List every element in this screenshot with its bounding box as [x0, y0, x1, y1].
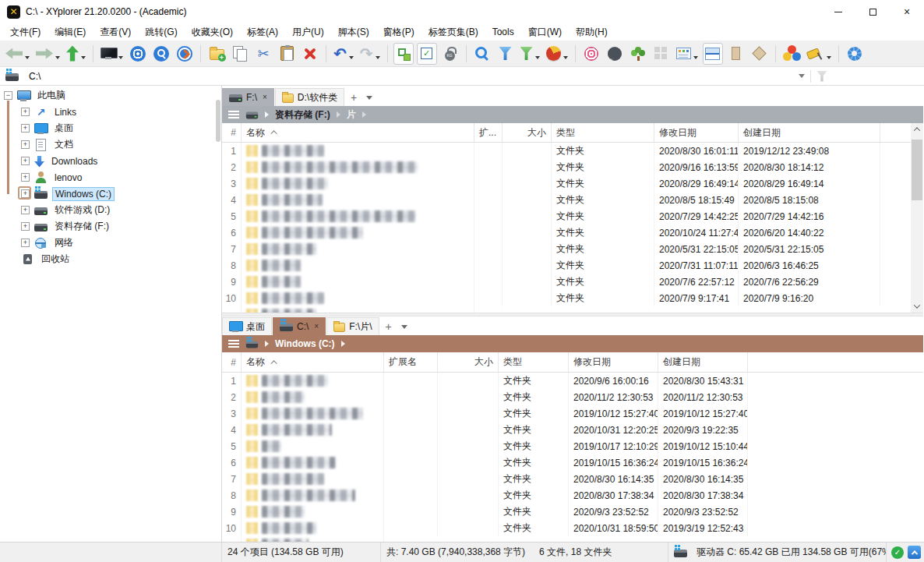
column-header-index[interactable]: # [222, 352, 242, 372]
column-header-ext[interactable]: 扩展名 [384, 352, 438, 372]
file-row[interactable]: 2 文件夹 2020/9/16 16:13:59 2020/8/30 18:14… [222, 159, 911, 175]
details-view-icon[interactable] [675, 43, 700, 65]
menu-item[interactable]: 帮助(H) [569, 23, 615, 41]
scroll-up-icon[interactable] [911, 123, 923, 136]
menu-item[interactable]: 标签(A) [240, 23, 285, 41]
menu-item[interactable]: 跳转(G) [138, 23, 184, 41]
tab-d-software[interactable]: D:\软件类 × [275, 88, 344, 106]
menu-item[interactable]: 窗格(P) [376, 23, 421, 41]
pie-report-icon[interactable] [545, 43, 570, 65]
settings-gear-icon[interactable] [845, 43, 865, 65]
scrollbar-thumb[interactable] [912, 140, 922, 200]
status-ok-icon[interactable]: ✓ [891, 546, 904, 559]
tab-list-button[interactable] [362, 89, 376, 106]
expand-toggle-icon[interactable]: + [21, 206, 30, 214]
tab-f-pian[interactable]: F:\片\ × [326, 317, 379, 335]
top-pane-scrollbar[interactable] [911, 123, 923, 313]
breadcrumb-segment[interactable]: 资料存储 (F:) [275, 108, 330, 122]
nav-forward-icon[interactable] [34, 43, 62, 65]
column-header-size[interactable]: 大小 [503, 123, 552, 142]
column-header-modified[interactable]: 修改日期 [569, 352, 658, 372]
filter-blue-icon[interactable] [496, 43, 516, 65]
visual-filter-icon[interactable] [519, 43, 541, 65]
expand-toggle-icon[interactable]: + [21, 157, 30, 165]
menu-item[interactable]: 收藏夹(O) [185, 23, 240, 41]
file-row[interactable]: 8 文件夹 2020/8/30 17:38:34 2020/8/30 17:38… [222, 487, 923, 504]
column-header-name[interactable]: 名称 [242, 123, 474, 142]
tree-toggle-icon[interactable] [393, 43, 414, 65]
status-up-button[interactable] [908, 546, 921, 559]
file-row[interactable]: 9 文件夹 2020/7/6 22:57:12 2020/7/6 22:56:2… [222, 274, 911, 290]
file-row[interactable]: 9 文件夹 2020/9/3 23:52:52 2020/9/3 23:52:5… [222, 504, 923, 520]
new-folder-icon[interactable] [206, 43, 227, 65]
expand-toggle-icon[interactable]: − [4, 91, 12, 100]
minimize-button[interactable] [821, 0, 855, 23]
style-roller-icon[interactable] [806, 43, 833, 65]
tree-item-this-pc[interactable]: − 此电脑 [0, 87, 221, 104]
color-filter-icon[interactable] [781, 43, 802, 65]
file-row[interactable]: 1 文件夹 2020/8/30 16:01:11 2019/12/12 23:4… [222, 143, 911, 159]
file-row[interactable]: 7 文件夹 2020/5/31 22:15:05 2020/5/31 22:15… [222, 241, 911, 257]
file-row[interactable]: 3 文件夹 2019/10/12 15:27:40 2019/10/12 15:… [222, 405, 923, 422]
tiles-view-icon[interactable] [651, 43, 672, 65]
computer-icon[interactable] [99, 43, 125, 65]
tree-item-recycle-bin[interactable]: 回收站 [0, 251, 221, 267]
filter-funnel-icon[interactable] [816, 71, 827, 82]
tab-c-drive[interactable]: C:\ × [273, 317, 326, 335]
cut-scissors-icon[interactable]: ✂ [253, 43, 273, 65]
menu-item[interactable]: 用户(U) [285, 23, 331, 41]
tab-list-button[interactable] [397, 318, 411, 335]
checkbox-mode-icon[interactable]: ✓ [417, 43, 437, 65]
close-button[interactable]: × [890, 0, 924, 23]
menu-item[interactable]: 编辑(E) [48, 23, 93, 41]
menu-item[interactable]: 文件(F) [3, 23, 48, 41]
menu-burger-icon[interactable] [228, 340, 239, 348]
expand-toggle-icon[interactable]: + [21, 108, 30, 116]
address-input[interactable]: C:\ [29, 71, 41, 82]
column-header-index[interactable]: # [222, 123, 242, 142]
file-row[interactable]: 4 文件夹 2020/8/5 18:15:49 2020/8/5 18:15:0… [222, 192, 911, 208]
tree-item-drive-f[interactable]: + 资料存储 (F:) [0, 218, 221, 235]
tree-item-links[interactable]: + ↗ Links [0, 104, 221, 120]
menu-item[interactable]: 脚本(S) [331, 23, 376, 41]
delete-icon[interactable] [300, 43, 320, 65]
file-row[interactable]: 7 文件夹 2020/8/30 16:14:35 2020/8/30 16:14… [222, 471, 923, 487]
tree-item-lenovo[interactable]: + lenovo [0, 169, 221, 186]
breadcrumb-segment[interactable]: Windows (C:) [275, 338, 335, 349]
column-header-created[interactable]: 创建日期 [739, 123, 880, 142]
tab-close-icon[interactable]: × [314, 323, 319, 330]
file-row[interactable]: 5 文件夹 2019/10/17 12:10:29 2019/10/12 15:… [222, 438, 923, 454]
weight-icon[interactable] [440, 43, 460, 65]
file-row[interactable]: 6 文件夹 2020/10/24 11:27:47 2020/6/20 14:4… [222, 224, 911, 241]
tree-scrollbar-thumb[interactable] [216, 100, 220, 142]
tab-f-drive[interactable]: F:\ × [222, 88, 274, 106]
tree-item-downloads[interactable]: + Downloads [0, 153, 221, 169]
column-header-type[interactable]: 类型 [499, 352, 569, 372]
paste-icon[interactable] [277, 43, 297, 65]
breadcrumb-segment[interactable]: 片 [347, 108, 356, 122]
drive-icon[interactable] [246, 109, 258, 120]
menu-item[interactable]: Tools [485, 23, 521, 41]
expand-toggle-icon[interactable]: + [21, 124, 30, 133]
column-header-name[interactable]: 名称 [242, 352, 384, 372]
find-files-icon[interactable] [472, 43, 492, 65]
redo-icon[interactable]: ↷ [358, 43, 382, 65]
file-row[interactable]: 5 文件夹 2020/7/29 14:42:25 2020/7/29 14:42… [222, 208, 911, 224]
address-dropdown-icon[interactable] [799, 74, 805, 78]
nav-back-icon[interactable] [4, 43, 31, 65]
tree-item-desktop[interactable]: + 桌面 [0, 120, 221, 136]
drive-c-icon[interactable] [246, 338, 258, 349]
split-horizontal-icon[interactable] [703, 43, 723, 65]
new-tab-button[interactable]: + [380, 318, 397, 335]
search-circle-icon[interactable] [151, 43, 171, 65]
file-row[interactable]: 4 文件夹 2020/10/31 12:20:25 2020/9/3 19:22… [222, 422, 923, 438]
tree-item-drive-d[interactable]: + 软件游戏 (D:) [0, 202, 221, 218]
expand-toggle-icon[interactable]: + [21, 239, 30, 247]
new-tab-button[interactable]: + [345, 89, 362, 106]
menu-item[interactable]: 查看(V) [93, 23, 138, 41]
address-bar[interactable]: C:\ [0, 67, 924, 86]
expand-toggle-icon[interactable]: + [21, 140, 30, 149]
file-row[interactable]: 8 文件夹 2020/7/31 11:07:11 2020/6/3 16:46:… [222, 257, 911, 274]
scroll-down-icon[interactable] [911, 300, 923, 313]
goto-target-icon[interactable] [128, 43, 148, 65]
